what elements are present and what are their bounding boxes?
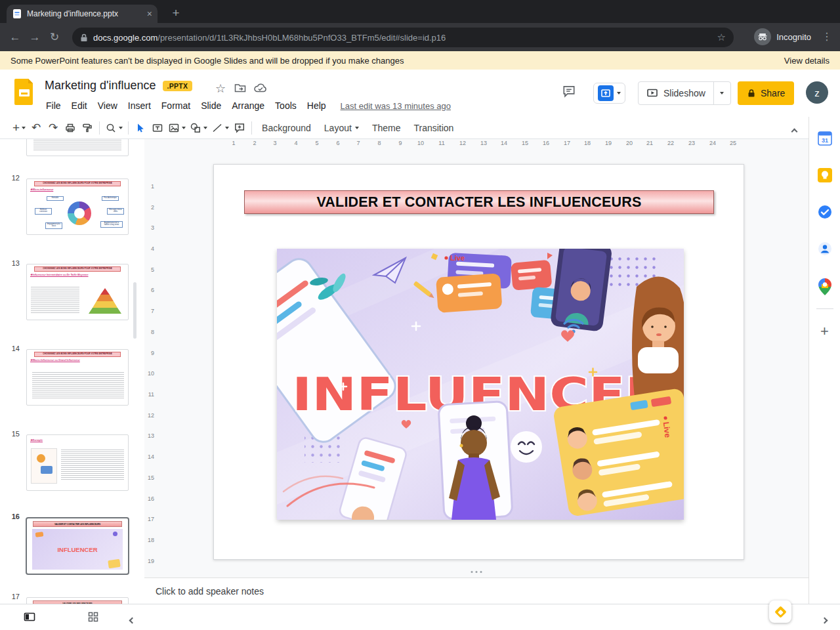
notice-text: Some PowerPoint features can't be displa… [10,56,404,66]
transition-button[interactable]: Transition [407,119,460,136]
insert-line-button[interactable] [209,119,231,136]
menu-edit[interactable]: Edit [66,98,93,113]
slide-thumbnail-17[interactable]: VALIDER LES INFLUENCEURS [26,597,129,604]
chat-card-orange [436,273,503,313]
ruler-number: 18 [581,140,594,146]
thumb-label: Meilleure connexion [35,208,52,215]
share-button[interactable]: Share [738,81,794,105]
slide-number: 16 [0,513,20,520]
new-slide-button[interactable]: + [10,119,28,136]
filmstrip-view-button[interactable] [24,611,35,625]
live-label: Live [450,254,465,262]
last-edit-link[interactable]: Last edit was 13 minutes ago [341,101,451,111]
maps-icon[interactable] [818,278,831,298]
cloud-status-icon[interactable] [253,81,268,97]
browser-tab[interactable]: Marketing d'influence.pptx × [7,5,158,23]
share-label: Share [761,88,785,98]
menu-slide[interactable]: Slide [196,98,226,113]
slides-logo-icon[interactable] [14,79,34,108]
thumb-label: Rentable [47,196,64,201]
menu-help[interactable]: Help [302,98,331,113]
ruler-number: 11 [144,389,154,400]
slide-thumbnail-12[interactable]: CHOISISSEZ LES BONS INFLUENCEURS POUR VO… [26,178,129,235]
ruler-number: 8 [373,140,386,146]
slide-number: 15 [0,430,20,438]
comment-history-button[interactable] [562,84,576,101]
select-tool-button[interactable] [132,119,149,136]
insert-comment-button[interactable] [231,119,248,136]
live-label: Live [662,421,673,438]
collapse-filmstrip-button[interactable] [130,614,135,625]
present-icon [598,85,614,101]
influencer-image[interactable]: Live INFLUENCER [277,249,684,520]
slideshow-button[interactable]: Slideshow [638,81,731,105]
slide-thumbnail-11[interactable] [26,139,129,156]
undo-button[interactable]: ↶ [28,119,45,136]
notes-resize-handle[interactable] [471,571,482,573]
collapse-toolbar-button[interactable] [792,125,797,136]
explore-button[interactable] [769,600,791,623]
reload-button[interactable]: ↻ [45,30,64,44]
document-title[interactable]: Marketing d'influence [45,79,156,93]
url-bar[interactable]: docs.google.com/presentation/d/1tL3RkJhb… [72,28,734,47]
bookmark-star-icon[interactable]: ☆ [717,32,726,43]
tasks-icon[interactable] [818,205,832,222]
speaker-notes-panel[interactable]: Click to add speaker notes [144,578,808,604]
text-box-button[interactable] [149,119,166,136]
calendar-icon[interactable]: 31 [818,131,832,148]
insert-image-button[interactable] [166,119,188,136]
browser-menu-icon[interactable]: ⋮ [822,30,832,43]
chat-card-red [511,260,552,291]
thumb-subtitle: ❖Macro-Influenceur ou Grand Influenceur [30,358,128,362]
menu-insert[interactable]: Insert [123,98,156,113]
slide-thumbnail-15[interactable]: ❖Exemple [26,434,129,491]
star-document-icon[interactable]: ☆ [215,81,226,96]
filmstrip-scrollbar[interactable] [133,282,136,339]
ruler-number: 8 [144,327,154,337]
contacts-icon[interactable] [818,242,832,259]
slideshow-dropdown-caret[interactable] [713,81,730,105]
insert-shape-button[interactable] [188,119,209,136]
thumb-label: Plus Authentique [102,196,119,201]
ruler-number: 9 [394,140,407,146]
menu-bar: File Edit View Insert Format Slide Arran… [41,98,451,113]
menu-format[interactable]: Format [156,98,196,113]
hide-side-panel-button[interactable] [822,614,827,625]
thumb-influencer-image: INFLUENCER [32,529,123,570]
print-button[interactable] [62,119,79,136]
slide-canvas[interactable]: VALIDER ET CONTACTER LES INFLUENCEURS [213,164,744,560]
menu-arrange[interactable]: Arrange [226,98,270,113]
explore-icon [774,606,786,618]
view-details-button[interactable]: View details [784,56,830,66]
speaker-notes-placeholder[interactable]: Click to add speaker notes [156,586,264,597]
ruler-number: 19 [144,556,154,566]
background-button[interactable]: Background [255,119,318,136]
menu-file[interactable]: File [41,98,66,113]
menu-view[interactable]: View [93,98,123,113]
grid-view-button[interactable] [88,612,98,625]
slideshow-icon [646,87,658,99]
back-button[interactable]: ← [5,31,25,44]
present-dropdown-caret[interactable] [617,92,621,94]
zoom-button[interactable] [103,119,125,136]
slide-thumbnail-16-selected[interactable]: VALIDER ET CONTACTER LES INFLUENCEURS IN… [26,517,129,575]
menu-tools[interactable]: Tools [270,98,302,113]
tab-close-icon[interactable]: × [147,9,152,18]
ruler-number: 12 [456,140,469,146]
redo-button[interactable]: ↷ [45,119,62,136]
ruler-number: 2 [248,140,261,146]
paint-format-button[interactable] [79,119,96,136]
present-button[interactable] [593,83,625,104]
keep-icon[interactable] [818,168,832,185]
slide-thumbnail-13[interactable]: CHOISISSEZ LES BONS INFLUENCEURS POUR VO… [26,264,129,320]
theme-button[interactable]: Theme [366,119,408,136]
url-domain: docs.google.com [93,33,158,43]
slide-title-textbox[interactable]: VALIDER ET CONTACTER LES INFLUENCEURS [244,190,714,214]
new-tab-button[interactable]: + [168,5,184,21]
move-folder-icon[interactable] [234,81,247,97]
layout-button[interactable]: Layout [318,119,366,136]
forward-button[interactable]: → [25,31,45,44]
account-avatar[interactable]: z [806,81,828,104]
slide-thumbnail-14[interactable]: CHOISISSEZ LES BONS INFLUENCEURS POUR VO… [26,349,129,406]
get-addons-button[interactable]: + [820,324,829,339]
